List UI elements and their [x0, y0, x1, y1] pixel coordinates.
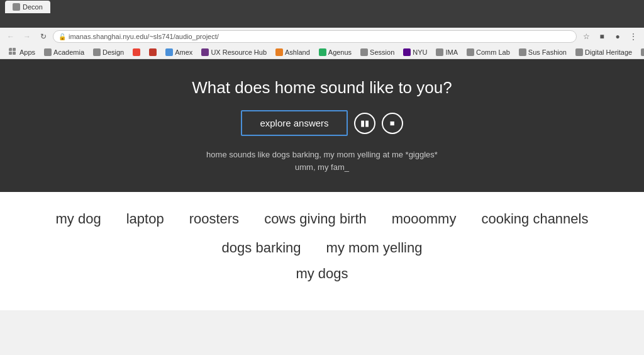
- bookmark-academia[interactable]: Academia: [40, 48, 88, 57]
- ima-icon: [436, 48, 443, 56]
- tag-dogs-barking[interactable]: dogs barking: [222, 240, 301, 256]
- bookmark-susfashion[interactable]: Sus Fashion: [515, 48, 570, 57]
- pause-button[interactable]: ▮▮: [354, 113, 375, 134]
- account-button[interactable]: ●: [611, 30, 625, 43]
- hero-description-line1: home sounds like dogs barking, my mom ye…: [206, 150, 438, 159]
- bookmark-capstone[interactable]: Capstone Progres...: [637, 48, 644, 57]
- explore-answers-button[interactable]: explore answers: [241, 110, 347, 136]
- forward-button[interactable]: →: [20, 30, 34, 43]
- digitalheritage-icon: [575, 48, 583, 56]
- bookmark-apps[interactable]: Apps: [5, 47, 39, 57]
- nyu-label: NYU: [413, 48, 427, 56]
- bookmark-digitalheritage[interactable]: Digital Heritage: [572, 48, 636, 57]
- hero-title: What does home sound like to you?: [192, 78, 452, 98]
- digitalheritage-label: Digital Heritage: [585, 48, 632, 56]
- commlab-label: Comm Lab: [476, 48, 510, 56]
- stop-icon: ■: [390, 118, 395, 128]
- svg-rect-0: [9, 48, 12, 51]
- tag-my-dogs[interactable]: my dogs: [296, 266, 348, 282]
- ux-icon: [201, 48, 209, 56]
- nyu-icon: [403, 48, 411, 56]
- ima-label: IMA: [445, 48, 458, 56]
- tags-section: my dog laptop roosters cows giving birth…: [0, 192, 644, 310]
- commlab-icon: [467, 48, 474, 56]
- tab-title: Decon: [23, 3, 43, 11]
- apps-label: Apps: [19, 48, 35, 56]
- stop-button[interactable]: ■: [382, 113, 403, 134]
- address-bar[interactable]: 🔓 imanas.shanghai.nyu.edu/~sls741/audio_…: [53, 30, 577, 43]
- tab-favicon: [13, 3, 20, 11]
- news-icon: [149, 48, 157, 56]
- agenus-label: Agenus: [328, 48, 352, 56]
- agenus-icon: [319, 48, 326, 56]
- bookmark-design[interactable]: Design: [89, 48, 128, 57]
- svg-rect-2: [9, 52, 12, 55]
- bookmark-ima[interactable]: IMA: [432, 48, 462, 57]
- back-button[interactable]: ←: [4, 30, 18, 43]
- bookmarks-bar: Apps Academia Design Amex UX Resource Hu…: [0, 45, 644, 59]
- session-icon: [360, 48, 368, 56]
- amex-icon: [165, 48, 173, 56]
- bookmark-gmail[interactable]: [129, 48, 144, 57]
- amex-label: Amex: [175, 48, 192, 56]
- susfashion-label: Sus Fashion: [528, 48, 567, 56]
- tab-bar: Decon: [0, 0, 644, 14]
- bookmark-star-button[interactable]: ☆: [579, 30, 593, 43]
- tags-row-1: my dog laptop roosters cows giving birth…: [25, 211, 619, 256]
- session-label: Session: [370, 48, 394, 56]
- hero-section: What does home sound like to you? explor…: [0, 59, 644, 192]
- bookmark-amex[interactable]: Amex: [162, 48, 196, 57]
- url-text: imanas.shanghai.nyu.edu/~sls741/audio_pr…: [69, 33, 219, 40]
- bookmark-ux[interactable]: UX Resource Hub: [197, 48, 270, 57]
- svg-rect-1: [13, 48, 16, 51]
- nav-actions: ☆ ■ ● ⋮: [579, 30, 640, 43]
- svg-rect-3: [13, 52, 16, 55]
- page-content: What does home sound like to you? explor…: [0, 59, 644, 355]
- tag-my-dog[interactable]: my dog: [56, 211, 101, 227]
- bookmark-nyu[interactable]: NYU: [399, 48, 431, 57]
- tag-laptop[interactable]: laptop: [126, 211, 164, 227]
- tag-roosters[interactable]: roosters: [189, 211, 239, 227]
- extensions-button[interactable]: ■: [595, 30, 609, 43]
- bookmark-session[interactable]: Session: [357, 48, 398, 57]
- tag-cooking-channels[interactable]: cooking channels: [481, 211, 588, 227]
- hero-controls: explore answers ▮▮ ■: [241, 110, 402, 136]
- design-icon: [93, 48, 101, 56]
- bookmark-commlab[interactable]: Comm Lab: [463, 48, 514, 57]
- academia-icon: [44, 48, 52, 56]
- hero-description: home sounds like dogs barking, my mom ye…: [206, 149, 438, 173]
- ashland-icon: [275, 48, 283, 56]
- menu-button[interactable]: ⋮: [626, 30, 640, 43]
- nav-bar: ← → ↻ 🔓 imanas.shanghai.nyu.edu/~sls741/…: [0, 28, 644, 45]
- browser-tab[interactable]: Decon: [5, 1, 50, 13]
- reload-button[interactable]: ↻: [36, 30, 50, 43]
- apps-icon: [9, 48, 18, 57]
- bookmark-ashland[interactable]: Ashland: [272, 48, 314, 57]
- tag-mooommy[interactable]: mooommy: [392, 211, 457, 227]
- bookmark-agenus[interactable]: Agenus: [315, 48, 355, 57]
- pause-icon: ▮▮: [360, 118, 369, 128]
- ashland-label: Ashland: [285, 48, 310, 56]
- design-label: Design: [103, 48, 124, 56]
- tag-cows-giving-birth[interactable]: cows giving birth: [264, 211, 367, 227]
- hero-description-line2: umm, my fam_: [295, 162, 349, 172]
- browser-chrome: Decon: [0, 0, 644, 28]
- capstone-icon: [641, 48, 644, 56]
- security-icon: 🔓: [58, 33, 66, 40]
- tag-my-mom-yelling[interactable]: my mom yelling: [326, 240, 423, 256]
- susfashion-icon: [519, 48, 526, 56]
- bookmark-news[interactable]: [145, 48, 160, 57]
- tags-row-2: my dogs: [296, 266, 348, 282]
- ux-label: UX Resource Hub: [211, 48, 267, 56]
- academia-label: Academia: [53, 48, 84, 56]
- gmail-icon: [133, 48, 140, 56]
